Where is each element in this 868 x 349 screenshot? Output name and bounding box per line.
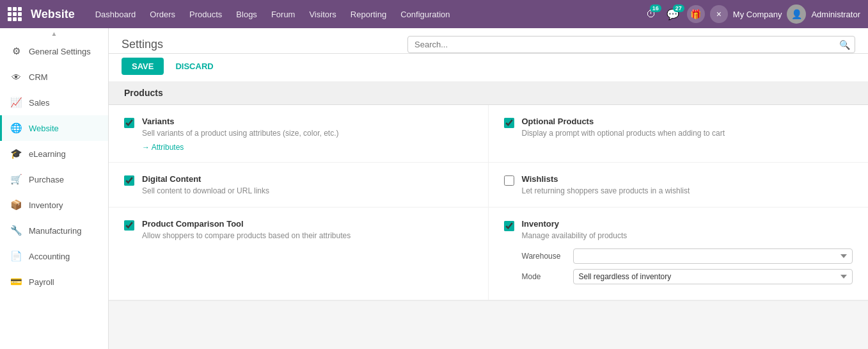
product-comparison-desc: Allow shoppers to compare products based… (142, 231, 351, 241)
sidebar-label-manufacturing: Manufacturing (29, 226, 81, 236)
mode-label: Mode (522, 272, 567, 281)
sidebar-label-purchase: Purchase (29, 175, 64, 184)
sidebar-item-general-settings[interactable]: ⚙ General Settings (0, 38, 108, 64)
action-bar: SAVE DISCARD (109, 54, 868, 81)
nav-dashboard[interactable]: Dashboard (89, 6, 143, 23)
app-brand[interactable]: Website (31, 8, 75, 21)
products-section: Products Variants Sell variants of a pro… (109, 81, 868, 301)
inventory-checkbox[interactable] (504, 221, 514, 231)
digital-content-desc: Sell content to download or URL links (142, 186, 269, 197)
avatar[interactable]: 👤 (787, 4, 806, 24)
website-icon: 🌐 (10, 122, 22, 134)
warehouse-row: Warehouse (522, 248, 853, 264)
activity-icon[interactable]: ⏱ 16 (646, 8, 656, 20)
company-name[interactable]: My Company (733, 10, 782, 19)
mode-select[interactable]: Sell regardless of inventory Block order… (573, 269, 853, 284)
inventory-desc: Manage availability of products (522, 231, 853, 241)
variants-checkbox[interactable] (124, 118, 134, 128)
mode-row: Mode Sell regardless of inventory Block … (522, 269, 853, 284)
sidebar-label-website: Website (29, 124, 59, 133)
wishlists-desc: Let returning shoppers save products in … (522, 186, 690, 197)
warehouse-select[interactable] (573, 248, 853, 264)
variants-info: Variants Sell variants of a product usin… (142, 117, 338, 152)
digital-content-label: Digital Content (142, 174, 269, 184)
gift-icon[interactable]: 🎁 (687, 5, 705, 23)
messages-badge: 27 (673, 4, 684, 12)
sidebar-label-elearning: eLearning (29, 149, 66, 159)
products-section-header: Products (109, 81, 868, 105)
wishlists-label: Wishlists (522, 174, 690, 184)
sidebar-item-payroll[interactable]: 💳 Payroll (0, 269, 108, 295)
product-comparison-label: Product Comparison Tool (142, 219, 351, 229)
search-wrapper: 🔍 (407, 36, 855, 53)
product-comparison-checkbox[interactable] (124, 220, 134, 231)
search-icon[interactable]: 🔍 (839, 40, 850, 50)
variants-label: Variants (142, 117, 338, 126)
sidebar-item-crm[interactable]: 👁 CRM (0, 64, 108, 90)
wishlists-checkbox[interactable] (504, 175, 514, 186)
setting-optional-products: Optional Products Display a prompt with … (489, 105, 869, 163)
setting-variants: Variants Sell variants of a product usin… (109, 105, 489, 163)
setting-digital-content: Digital Content Sell content to download… (109, 163, 489, 207)
setting-wishlists: Wishlists Let returning shoppers save pr… (489, 163, 869, 207)
products-settings-grid: Variants Sell variants of a product usin… (109, 105, 868, 300)
warehouse-label: Warehouse (522, 252, 567, 261)
elearning-icon: 🎓 (10, 147, 22, 160)
sidebar-item-accounting[interactable]: 📄 Accounting (0, 243, 108, 269)
setting-product-comparison: Product Comparison Tool Allow shoppers t… (109, 207, 489, 301)
variants-desc: Sell variants of a product using attribu… (142, 128, 338, 139)
setting-inventory: Inventory Manage availability of product… (489, 207, 869, 301)
sidebar-label-sales: Sales (29, 98, 50, 108)
attributes-link[interactable]: → Attributes (142, 143, 184, 152)
sidebar-label-accounting: Accounting (29, 252, 70, 261)
optional-products-label: Optional Products (522, 117, 725, 126)
nav-right: ⏱ 16 💬 27 🎁 × My Company 👤 Administrator (646, 4, 860, 24)
nav-links: Dashboard Orders Products Blogs Forum Vi… (89, 6, 642, 23)
crm-icon: 👁 (10, 70, 22, 83)
optional-products-checkbox[interactable] (504, 118, 514, 128)
apps-grid-icon[interactable] (8, 7, 22, 21)
nav-configuration[interactable]: Configuration (394, 6, 456, 23)
nav-reporting[interactable]: Reporting (344, 6, 393, 23)
nav-forum[interactable]: Forum (265, 6, 302, 23)
accounting-icon: 📄 (10, 250, 22, 263)
sidebar-label-inventory: Inventory (29, 200, 63, 210)
sidebar-item-sales[interactable]: 📈 Sales (0, 90, 108, 115)
top-navigation: Website Dashboard Orders Products Blogs … (0, 0, 868, 28)
page-title: Settings (122, 38, 163, 51)
user-name[interactable]: Administrator (811, 10, 860, 19)
manufacturing-icon: 🔧 (10, 224, 22, 237)
optional-products-desc: Display a prompt with optional products … (522, 128, 725, 139)
save-button[interactable]: SAVE (122, 58, 164, 75)
general-settings-icon: ⚙ (10, 45, 22, 58)
sidebar-item-manufacturing[interactable]: 🔧 Manufacturing (0, 218, 108, 243)
inventory-label: Inventory (522, 219, 853, 229)
nav-blogs[interactable]: Blogs (230, 6, 264, 23)
product-comparison-info: Product Comparison Tool Allow shoppers t… (142, 219, 351, 241)
activity-badge: 16 (650, 4, 661, 12)
sidebar-item-elearning[interactable]: 🎓 eLearning (0, 141, 108, 166)
digital-content-checkbox[interactable] (124, 175, 134, 186)
nav-orders[interactable]: Orders (143, 6, 182, 23)
search-input[interactable] (407, 36, 855, 53)
discard-button[interactable]: DISCARD (169, 58, 219, 75)
wishlists-info: Wishlists Let returning shoppers save pr… (522, 174, 690, 197)
scroll-up-indicator: ▲ (0, 28, 108, 38)
sidebar-item-website[interactable]: 🌐 Website (0, 115, 108, 141)
sidebar-item-purchase[interactable]: 🛒 Purchase (0, 166, 108, 192)
sales-icon: 📈 (10, 96, 22, 109)
sidebar-label-general-settings: General Settings (29, 47, 91, 56)
inventory-subsettings: Warehouse Mode Sell regardless of invent… (522, 241, 853, 289)
optional-products-info: Optional Products Display a prompt with … (522, 117, 725, 139)
payroll-icon: 💳 (10, 275, 22, 288)
close-icon[interactable]: × (710, 5, 728, 23)
sidebar-item-inventory[interactable]: 📦 Inventory (0, 192, 108, 218)
digital-content-info: Digital Content Sell content to download… (142, 174, 269, 197)
inventory-icon: 📦 (10, 199, 22, 211)
nav-visitors[interactable]: Visitors (303, 6, 342, 23)
messages-icon[interactable]: 💬 27 (667, 8, 679, 20)
main-content: Settings 🔍 SAVE DISCARD Products Variant… (109, 28, 868, 349)
nav-products[interactable]: Products (183, 6, 228, 23)
sidebar: ▲ ⚙ General Settings 👁 CRM 📈 Sales 🌐 Web… (0, 28, 109, 349)
sidebar-label-payroll: Payroll (29, 277, 54, 287)
